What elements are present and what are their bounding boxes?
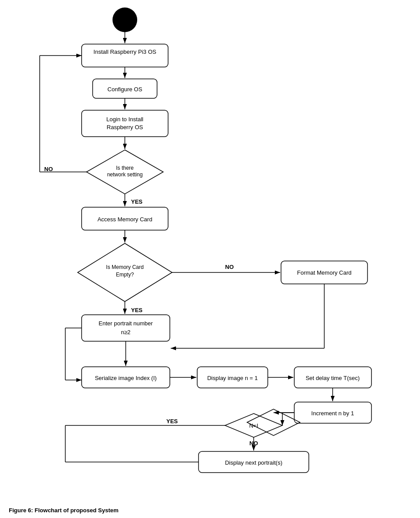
svg-text:Format Memory Card: Format Memory Card [297, 269, 352, 276]
svg-text:Display next portrait(s): Display next portrait(s) [225, 459, 282, 466]
figure-label: Figure 6: [9, 507, 33, 514]
svg-text:Set delay time T(sec): Set delay time T(sec) [306, 375, 360, 381]
svg-text:Configure OS: Configure OS [108, 86, 142, 93]
no-label-network: NO [44, 166, 53, 172]
svg-text:Access Memory Card: Access Memory Card [98, 216, 152, 223]
svg-text:Increment n by 1: Increment n by 1 [311, 410, 354, 417]
login-node [82, 110, 168, 137]
svg-text:Is there: Is there [116, 165, 134, 171]
svg-text:Empty?: Empty? [116, 272, 134, 278]
svg-text:Is Memory Card: Is Memory Card [106, 264, 143, 270]
flowchart-container: Install Raspberry Pi3 OS Configure OS Lo… [0, 0, 420, 503]
svg-text:Login to Install: Login to Install [106, 116, 143, 123]
svg-text:Display image n = 1: Display image n = 1 [207, 375, 258, 381]
svg-text:Install Raspberry Pi3 OS: Install Raspberry Pi3 OS [94, 48, 157, 55]
svg-text:Enter portrait number: Enter portrait number [99, 320, 154, 327]
svg-text:n≥2: n≥2 [121, 329, 131, 335]
figure-caption: Figure 6: Flowchart of proposed System [9, 507, 119, 514]
enter-portrait-node [82, 315, 170, 341]
yes-label-network: YES [131, 198, 142, 205]
yes-label-neqi: YES [166, 418, 178, 425]
install-node [82, 44, 168, 67]
svg-text:N=I: N=I [249, 422, 259, 429]
svg-text:Serialize image Index (I): Serialize image Index (I) [95, 375, 157, 381]
no-label-mem: NO [225, 264, 234, 270]
start-node [112, 7, 137, 32]
figure-text: Flowchart of proposed System [35, 507, 119, 514]
svg-text:network setting: network setting [107, 171, 143, 178]
yes-label-mem: YES [131, 307, 142, 313]
svg-text:Raspberry OS: Raspberry OS [107, 124, 143, 130]
